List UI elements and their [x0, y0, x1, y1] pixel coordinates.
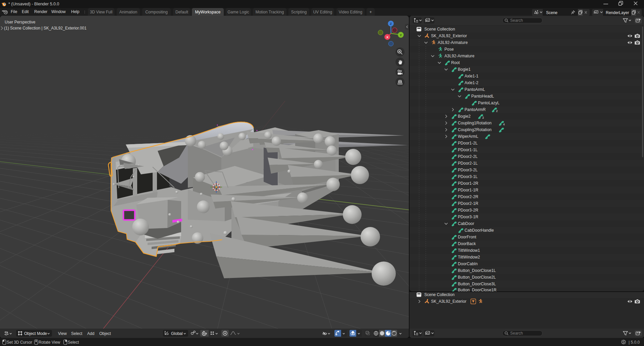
svg-text:PDoor1-2L: PDoor1-2L — [458, 141, 478, 146]
svg-text:Coupling1Rotation: Coupling1Rotation — [458, 121, 491, 125]
svg-text:Axle1-2: Axle1-2 — [465, 80, 479, 85]
svg-text:X: X — [386, 35, 389, 39]
svg-text:Y: Y — [400, 33, 402, 37]
svg-text:PDoor2-1L: PDoor2-1L — [458, 161, 478, 166]
svg-text:Button_DoorClose1R: Button_DoorClose1R — [458, 288, 496, 291]
svg-text:PantoArmR: PantoArmR — [465, 107, 486, 112]
svg-text:| 5.0.0: | 5.0.0 — [629, 340, 640, 345]
svg-text:PDoor1-1R: PDoor1-1R — [458, 188, 478, 192]
svg-text:SK_A3L92_Exterior: SK_A3L92_Exterior — [431, 299, 466, 304]
svg-text:Rotate View: Rotate View — [39, 340, 60, 345]
svg-text:View: View — [58, 331, 67, 336]
svg-text:Button_DoorClose2L: Button_DoorClose2L — [458, 275, 496, 280]
svg-text:Pose: Pose — [444, 47, 454, 52]
svg-text:PDoor1-1L: PDoor1-1L — [458, 148, 478, 152]
svg-text:PDoor1-2R: PDoor1-2R — [458, 181, 478, 186]
svg-text:PDoor2-1R: PDoor2-1R — [458, 201, 478, 206]
svg-text:PDoor3-2L: PDoor3-2L — [458, 168, 478, 172]
svg-text:WiperArmL: WiperArmL — [458, 134, 478, 139]
svg-text:Search: Search — [510, 18, 523, 23]
svg-text:Scene: Scene — [546, 10, 557, 15]
svg-text:Axle1-1: Axle1-1 — [465, 74, 479, 78]
svg-text:A3L92-Armature: A3L92-Armature — [444, 54, 475, 58]
svg-text:DoorCabIn: DoorCabIn — [458, 262, 478, 266]
svg-text:DoorFront: DoorFront — [458, 235, 476, 239]
svg-text:SK_A3L92_Exterior: SK_A3L92_Exterior — [431, 34, 467, 38]
svg-text:CabDoor: CabDoor — [458, 221, 474, 226]
svg-text:Object Mode: Object Mode — [24, 331, 47, 336]
svg-text:CabDoorHandle: CabDoorHandle — [465, 228, 494, 233]
svg-text:TiltWindow1: TiltWindow1 — [458, 248, 480, 253]
svg-text:Bogie1: Bogie1 — [458, 67, 471, 72]
svg-text:Z: Z — [390, 22, 392, 25]
svg-text:PDoor2-2R: PDoor2-2R — [458, 194, 478, 199]
svg-text:TiltWindow2: TiltWindow2 — [458, 255, 480, 260]
svg-text:4: 4 — [503, 123, 505, 126]
svg-text:Button_DoorClose3L: Button_DoorClose3L — [458, 282, 496, 286]
svg-text:Scene Collection: Scene Collection — [424, 292, 454, 297]
svg-text:Button_DoorClose1L: Button_DoorClose1L — [458, 268, 496, 273]
svg-text:RenderLayer: RenderLayer — [606, 10, 629, 15]
svg-text:Object: Object — [99, 331, 111, 336]
svg-text:Scene Collection: Scene Collection — [424, 27, 455, 32]
svg-text:Global: Global — [171, 331, 183, 336]
svg-text:2: 2 — [482, 116, 484, 119]
svg-text:PDoor3-2R: PDoor3-2R — [458, 208, 478, 213]
svg-text:2: 2 — [496, 109, 498, 113]
svg-text:DoorBack: DoorBack — [458, 241, 476, 246]
svg-text:Select: Select — [71, 331, 83, 336]
svg-text:Select: Select — [68, 340, 79, 345]
svg-text:Search: Search — [510, 331, 523, 336]
svg-text:Set 3D Cursor: Set 3D Cursor — [7, 340, 32, 345]
svg-text:PantoLazyL: PantoLazyL — [478, 101, 500, 105]
svg-text:PDoor3-1R: PDoor3-1R — [458, 215, 478, 219]
svg-text:Root: Root — [451, 60, 460, 65]
svg-text:PantoArmL: PantoArmL — [465, 87, 485, 92]
svg-text:PantoHeadL: PantoHeadL — [471, 94, 494, 99]
svg-text:User Perspective: User Perspective — [5, 20, 36, 24]
svg-text:Coupling2Rotation: Coupling2Rotation — [458, 127, 491, 132]
svg-text:PDoor2-2L: PDoor2-2L — [458, 154, 478, 159]
svg-text:(1) Scene Collection | SK_A3L9: (1) Scene Collection | SK_A3L92_Exterior… — [4, 26, 87, 31]
svg-text:Bogie2: Bogie2 — [458, 114, 471, 119]
svg-text:PDoor3-1L: PDoor3-1L — [458, 174, 478, 179]
svg-text:A3L92-Armature: A3L92-Armature — [438, 40, 468, 45]
svg-text:Add: Add — [87, 331, 94, 336]
